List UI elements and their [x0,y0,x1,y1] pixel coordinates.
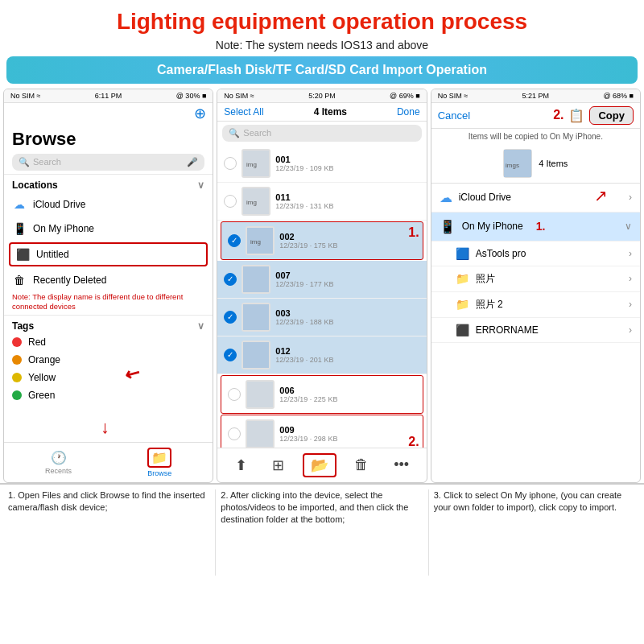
items-preview: imgs 4 Items [431,144,640,184]
arrow-browse: ↓ [101,417,109,438]
filedate-009: 12/23/19 · 298 KB [279,435,415,443]
more-toolbar-icon[interactable]: ••• [387,455,415,475]
sub-photo1-name: 照片 [476,272,495,286]
checkbox-009[interactable] [228,427,241,440]
filedate-001: 12/23/19 · 109 KB [275,164,419,172]
svg-text:imgs: imgs [506,162,519,169]
search-bar-2[interactable]: 🔍 Search [222,125,421,142]
status-right-1: @ 30% ■ [176,92,207,100]
status-left-3: No SIM ≈ [438,92,468,100]
screen2: No SIM ≈ 5:20 PM @ 69% ■ Select All 4 It… [217,89,427,483]
item-count: 4 Items [314,106,347,118]
desc-1: 1. Open Files and click Browse to find t… [3,489,216,576]
status-left-1: No SIM ≈ [10,92,40,100]
loc-oniphone-left: 📱 On My iPhone 1. [440,219,546,234]
location-untitled-label: Untitled [36,249,69,260]
browse-title: Browse [12,129,204,150]
green-dot [12,390,22,400]
file-item-002[interactable]: ✓ img 002 12/23/19 · 175 KB 1. [221,221,423,260]
file-item-009[interactable]: 009 12/23/19 · 298 KB 2. [221,415,423,448]
location-untitled[interactable]: ⬛ Untitled [9,242,208,266]
file-item-006[interactable]: 006 12/23/19 · 225 KB [221,375,423,414]
filename-003: 003 [275,308,419,318]
browse-icon: 📁 [147,448,171,468]
copy-button[interactable]: Copy [589,106,634,125]
tags-chevron-icon: ∨ [197,320,204,332]
loc-oniphone[interactable]: 📱 On My iPhone 1. ∨ [431,213,640,242]
thumb-009 [246,419,275,448]
copy-toolbar-icon[interactable]: ⊞ [266,455,291,476]
cloud-icon-s3: ☁ [440,190,452,205]
tags-list: Red Orange Yellow Green [4,333,213,404]
photo2-chevron-icon: › [629,299,632,310]
file-item-011[interactable]: img 011 12/23/19 · 131 KB [217,183,426,221]
checkbox-003[interactable]: ✓ [224,311,237,324]
file-item-003[interactable]: ✓ 003 12/23/19 · 188 KB [217,299,426,336]
loc-icloud[interactable]: ☁ iCloud Drive › [431,184,640,213]
file-item-012[interactable]: ✓ 012 12/23/19 · 201 KB [217,336,426,374]
done-btn[interactable]: Done [397,106,420,118]
fileinfo-002: 002 12/23/19 · 175 KB [279,232,415,250]
tags-section-label: Tags ∨ [4,315,213,333]
phone-icon-s3: 📱 [440,219,456,234]
tag-orange-label: Orange [28,354,60,365]
location-iphone-label: On My iPhone [33,223,94,234]
chevron-down-icon: ∨ [197,180,204,191]
sub-photo2[interactable]: 📁 照片 2 › [431,292,640,318]
file-item-007[interactable]: ✓ 007 12/23/19 · 177 KB [217,261,426,299]
status-time-1: 6:11 PM [95,92,122,100]
thumb-012 [242,341,270,369]
file-list: img 001 12/23/19 · 109 KB img 011 12/23/… [217,145,426,448]
checkbox-011[interactable] [224,195,237,208]
cancel-btn[interactable]: Cancel [438,109,470,122]
loc-oniphone-name: On My iPhone [462,221,523,232]
checkbox-006[interactable] [228,388,241,401]
recents-label: Recents [45,467,72,475]
location-iphone[interactable]: 📱 On My iPhone [4,217,213,241]
desc-2: 2. After clicking into the device, selec… [216,489,428,576]
svg-rect-6 [243,266,269,292]
sub-astools[interactable]: 🟦 AsTools pro › [431,242,640,266]
recents-btn[interactable]: 🕐 Recents [45,450,72,475]
photo2-folder-icon: 📁 [456,298,469,311]
browse-btn[interactable]: 📁 Browse [147,448,171,477]
checkbox-007[interactable]: ✓ [224,273,237,286]
checkbox-002[interactable]: ✓ [228,234,241,247]
red-dot [12,337,22,347]
descriptions-row: 1. Open Files and click Browse to find t… [0,483,644,576]
locations-section-label: Locations ∨ [4,174,213,192]
folder-toolbar-icon[interactable]: 📂 [303,453,336,477]
svg-text:img: img [246,161,257,168]
location-deleted[interactable]: 🗑 Recently Deleted [4,268,213,292]
share-icon[interactable]: ⬆ [229,455,254,476]
deleted-note: Note: The display name is different due … [4,292,213,316]
filedate-006: 12/23/19 · 225 KB [279,395,415,403]
copy-icon-btn[interactable]: 📋 [568,108,584,123]
select-all-btn[interactable]: Select All [224,106,263,118]
status-bar-3: No SIM ≈ 5:21 PM @ 68% ■ [431,89,640,103]
svg-text:img: img [246,199,257,206]
svg-rect-9 [247,382,273,407]
file-item-001[interactable]: img 001 12/23/19 · 109 KB [217,145,426,183]
sub-photo1[interactable]: 📁 照片 › [431,266,640,292]
thumb-001: img [242,149,270,178]
delete-toolbar-icon[interactable]: 🗑 [348,455,375,475]
filename-007: 007 [275,270,419,280]
checkbox-012[interactable]: ✓ [224,349,237,361]
svg-rect-8 [243,342,269,368]
orange-dot [12,355,22,365]
sub-errorname[interactable]: ⬛ ERRORNAME › [431,318,640,343]
filedate-007: 12/23/19 · 177 KB [275,280,419,288]
astools-icon: 🟦 [456,247,469,260]
search-bar-1[interactable]: 🔍 Search 🎤 [12,154,204,171]
location-icloud[interactable]: ☁ iCloud Drive [4,192,213,217]
edit-icon[interactable]: ⊕ [194,105,206,122]
recents-icon: 🕐 [51,450,67,465]
yellow-dot [12,373,22,382]
copy-note: Items will be copied to On My iPhone. [431,129,640,144]
filename-006: 006 [279,386,415,395]
desc-2-text: 2. After clicking into the device, selec… [221,490,408,525]
trash-icon: 🗑 [12,273,27,287]
filename-012: 012 [275,346,419,356]
checkbox-001[interactable] [224,157,237,170]
